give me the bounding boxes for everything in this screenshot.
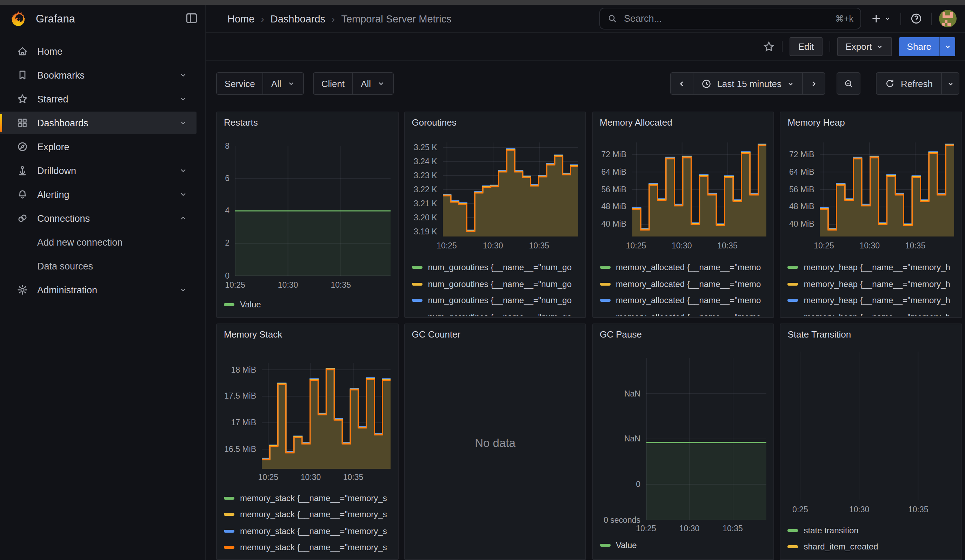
legend-item[interactable]: state transition xyxy=(788,522,960,539)
legend-item[interactable]: num_goroutines {__name__="num_go xyxy=(412,292,584,309)
sidebar: HomeBookmarksStarredDashboardsExploreDri… xyxy=(0,32,205,560)
time-shift-back-button[interactable] xyxy=(671,73,692,94)
x-axis-tick-label: 10:25 xyxy=(437,241,457,250)
edit-button[interactable]: Edit xyxy=(790,37,823,56)
x-axis-tick-label: 10:25 xyxy=(636,524,656,533)
share-button[interactable]: Share xyxy=(900,37,939,56)
legend-item[interactable]: memory_allocated {__name__="memo xyxy=(600,309,772,315)
chevron-down-icon[interactable] xyxy=(179,286,187,294)
legend-item[interactable]: num_goroutines {__name__="num_go xyxy=(412,276,584,292)
legend-item[interactable]: memory_heap {__name__="memory_h xyxy=(788,292,960,309)
sidebar-item-administration[interactable]: Administration xyxy=(0,279,196,301)
panel-chart[interactable] xyxy=(791,351,955,500)
panel-memory-stack: Memory Stack18 MiB17.5 MiB17 MiB16.5 MiB… xyxy=(216,323,398,560)
dashboard-toolbar: Edit Export Share xyxy=(206,32,965,61)
legend-item[interactable]: memory_stack {__name__="memory_s xyxy=(224,523,396,539)
legend-color-swatch xyxy=(600,299,610,302)
panel-title[interactable]: Memory Heap xyxy=(788,117,845,127)
x-axis-tick-label: 0:25 xyxy=(792,505,808,514)
time-shift-forward-button[interactable] xyxy=(803,73,825,94)
legend-item[interactable]: num_goroutines {__name__="num_go xyxy=(412,259,584,276)
legend-item[interactable]: shard_item_created xyxy=(788,539,960,555)
panel-chart[interactable] xyxy=(646,358,766,520)
breadcrumb-home[interactable]: Home xyxy=(227,13,254,24)
panel-title[interactable]: GC Pause xyxy=(600,329,642,340)
sidebar-item-home[interactable]: Home xyxy=(0,40,196,62)
panel-chart[interactable] xyxy=(443,142,579,236)
bell-icon xyxy=(17,189,28,200)
sidebar-item-drilldown[interactable]: Drilldown xyxy=(0,159,196,182)
panel-title[interactable]: Memory Allocated xyxy=(600,117,672,127)
panel-chart[interactable] xyxy=(820,142,955,236)
refresh-interval-button[interactable] xyxy=(941,73,959,94)
chevron-down-icon xyxy=(883,15,891,23)
chevron-down-icon[interactable] xyxy=(179,95,187,103)
chevron-down-icon[interactable] xyxy=(179,71,187,79)
legend-item[interactable]: num_goroutines {__name__="num_go xyxy=(412,309,584,315)
legend-item-label: Value xyxy=(240,299,261,309)
sidebar-item-dashboards[interactable]: Dashboards xyxy=(0,112,196,134)
legend-color-swatch xyxy=(224,513,234,516)
sidebar-item-bookmarks[interactable]: Bookmarks xyxy=(0,64,196,87)
legend-item[interactable]: memory_allocated {__name__="memo xyxy=(600,259,772,276)
refresh-button[interactable]: Refresh xyxy=(877,73,941,94)
legend-item[interactable]: memory_heap {__name__="memory_h xyxy=(788,309,960,315)
chevron-up-icon[interactable] xyxy=(179,214,187,222)
time-range-picker[interactable]: Last 15 minutes xyxy=(692,73,803,94)
panel-title[interactable]: State Transition xyxy=(788,329,851,340)
legend-color-swatch xyxy=(600,283,610,286)
panel-legend: num_goroutines {__name__="num_gonum_goro… xyxy=(412,259,584,315)
share-options-button[interactable] xyxy=(939,37,955,56)
legend-color-swatch xyxy=(412,283,422,286)
sidebar-item-add-new-connection[interactable]: Add new connection xyxy=(0,231,196,253)
brand-name: Grafana xyxy=(36,12,75,25)
legend-item[interactable]: memory_stack {__name__="memory_s xyxy=(224,539,396,556)
help-button[interactable] xyxy=(908,11,924,27)
search-input[interactable] xyxy=(623,13,830,24)
search-box: ⌘+k xyxy=(599,8,861,29)
legend-item[interactable]: memory_heap {__name__="memory_h xyxy=(788,259,960,276)
sidebar-item-starred[interactable]: Starred xyxy=(0,88,196,110)
chevron-down-icon[interactable] xyxy=(179,190,187,199)
zoom-out-time-button[interactable] xyxy=(837,72,861,95)
sidebar-item-connections[interactable]: Connections xyxy=(0,207,196,230)
panel-chart[interactable] xyxy=(262,363,391,469)
legend-item[interactable]: Value xyxy=(224,296,396,313)
legend-item[interactable]: memory_stack {__name__="memory_s xyxy=(224,490,396,506)
legend-item-label: memory_stack {__name__="memory_s xyxy=(240,509,387,519)
legend-item[interactable]: memory_allocated {__name__="memo xyxy=(600,292,772,309)
new-menu-button[interactable] xyxy=(868,11,893,27)
client-variable-label: Client xyxy=(314,73,353,94)
panel-legend: Value xyxy=(224,296,396,313)
breadcrumb-dashboards[interactable]: Dashboards xyxy=(271,13,325,24)
sidebar-toggle-icon[interactable] xyxy=(185,12,199,24)
export-button[interactable]: Export xyxy=(837,37,892,56)
x-axis: 10:2510:3010:35 xyxy=(235,280,391,292)
user-avatar[interactable] xyxy=(939,10,957,28)
service-variable-dropdown[interactable]: Service All xyxy=(216,72,304,95)
header-divider xyxy=(900,12,901,25)
chevron-down-icon[interactable] xyxy=(179,119,187,127)
gear-icon xyxy=(17,284,28,296)
legend-item[interactable]: memory_heap {__name__="memory_h xyxy=(788,276,960,292)
panel-title[interactable]: Restarts xyxy=(224,117,258,127)
legend-item-label: memory_heap {__name__="memory_h xyxy=(804,263,950,273)
legend-item-label: memory_stack {__name__="memory_s xyxy=(240,493,387,503)
client-variable-dropdown[interactable]: Client All xyxy=(313,72,393,95)
sidebar-item-explore[interactable]: Explore xyxy=(0,136,196,158)
legend-item[interactable]: Value xyxy=(600,537,772,553)
panel-title[interactable]: Goroutines xyxy=(412,117,456,127)
chevron-right-icon xyxy=(810,79,819,88)
star-dashboard-button[interactable] xyxy=(763,40,775,52)
legend-item-label: num_goroutines {__name__="num_go xyxy=(428,312,572,316)
panel-chart[interactable] xyxy=(235,145,391,276)
panel-chart[interactable] xyxy=(632,142,766,236)
legend-item[interactable]: memory_allocated {__name__="memo xyxy=(600,276,772,292)
sidebar-item-data-sources[interactable]: Data sources xyxy=(0,255,196,277)
sidebar-item-alerting[interactable]: Alerting xyxy=(0,183,196,206)
legend-color-swatch xyxy=(788,529,798,532)
panel-title[interactable]: Memory Stack xyxy=(224,329,282,340)
chevron-down-icon[interactable] xyxy=(179,166,187,175)
legend-item[interactable]: memory_stack {__name__="memory_s xyxy=(224,506,396,523)
panel-title[interactable]: GC Counter xyxy=(412,329,461,340)
